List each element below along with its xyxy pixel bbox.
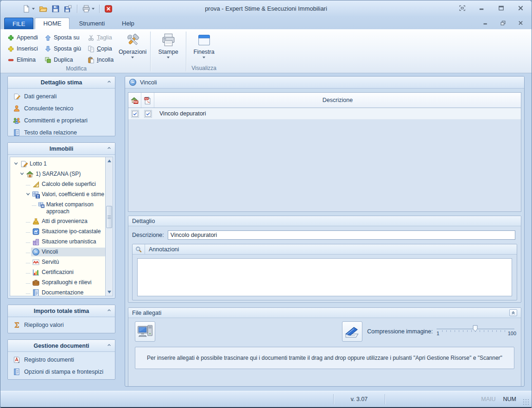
taglia-button: Taglia xyxy=(84,32,117,43)
toolbar-separator xyxy=(99,5,100,13)
elimina-button[interactable]: Elimina xyxy=(4,54,41,65)
inserisci-button[interactable]: Inserisci xyxy=(4,43,41,54)
tree-item-valori-coefficienti-e-stime[interactable]: Valori, coefficienti e stime xyxy=(13,190,105,199)
minimize-button[interactable] xyxy=(477,4,486,12)
sidebar-item-consulente-tecnico[interactable]: Consulente tecnico xyxy=(8,102,115,115)
tree-expander-icon xyxy=(19,171,25,176)
copy-icon xyxy=(88,45,95,52)
chevron-up-icon xyxy=(106,342,112,348)
tree-item-certificazioni[interactable]: Certificazioni xyxy=(13,268,105,277)
tab-file[interactable]: FILE xyxy=(4,18,33,29)
row-checkbox[interactable] xyxy=(132,111,138,117)
check-icon xyxy=(146,111,151,116)
tree-expander-icon xyxy=(13,161,19,166)
panel-header[interactable]: Immobili xyxy=(8,143,115,155)
dropdown-caret-icon xyxy=(131,57,134,58)
open-folder-button[interactable] xyxy=(38,4,49,14)
file-allegati-toolbar: Compressione immagine: 1 100 xyxy=(128,318,521,342)
building-icon xyxy=(32,238,40,246)
sposta-gi--button[interactable]: Sposta giù xyxy=(41,43,84,54)
row-checkbox[interactable] xyxy=(145,111,151,117)
mdi-close-button[interactable] xyxy=(516,19,525,27)
tree-item-situazione-ipo-catastale[interactable]: Situazione ipo-catastale xyxy=(13,227,105,236)
incolla-button[interactable]: Incolla xyxy=(84,54,117,65)
tree-item-servit-[interactable]: Servitù xyxy=(13,258,105,267)
tree-item-calcolo-delle-superfici[interactable]: Calcolo delle superfici xyxy=(13,180,105,189)
print-button[interactable] xyxy=(81,4,96,14)
sidebar-item-riepilogo-valori[interactable]: Riepilogo valori xyxy=(8,319,115,331)
table-row[interactable]: Vincolo depuratori xyxy=(128,108,521,120)
compression-slider[interactable]: 1 100 xyxy=(437,324,514,339)
scrollbar-thumb[interactable] xyxy=(106,206,112,228)
copia-button[interactable]: Copia xyxy=(84,43,117,54)
sposta-su-button[interactable]: Sposta su xyxy=(41,32,84,43)
column-header-descrizione[interactable]: Descrizione xyxy=(154,93,521,108)
tree-item-sopralluoghi-e-rilievi[interactable]: Sopralluoghi e rilievi xyxy=(13,278,105,287)
tree-item-market-comparison-approach[interactable]: Market comparison approach xyxy=(13,200,105,216)
collapse-panel-button[interactable] xyxy=(509,309,517,316)
document-lines-icon xyxy=(13,129,20,136)
document-lines-icon xyxy=(13,368,20,376)
close-button[interactable] xyxy=(516,4,525,12)
dropdown-caret-icon[interactable] xyxy=(92,8,95,10)
tree-item-lotto-1[interactable]: Lotto 1 xyxy=(13,159,105,168)
duplicate-icon xyxy=(44,57,51,64)
document-lines-icon xyxy=(32,289,40,296)
panel-title: Immobili xyxy=(11,146,112,152)
maximize-button[interactable] xyxy=(496,4,506,12)
tree-item-documentazione[interactable]: Documentazione xyxy=(13,288,105,296)
resize-grip[interactable] xyxy=(523,399,529,405)
tree-item-vincoli[interactable]: Vincoli xyxy=(13,248,105,256)
pdf-icon: PDF xyxy=(144,96,152,104)
dropdown-caret-icon[interactable] xyxy=(32,8,35,10)
sidebar-item-dati-generali[interactable]: Dati generali xyxy=(8,90,115,102)
new-document-icon xyxy=(22,5,31,13)
descrizione-input[interactable] xyxy=(168,230,515,240)
scroll-up-arrow[interactable] xyxy=(106,157,113,165)
column-header-pdf-icon[interactable]: PDF xyxy=(141,93,154,108)
slider-max-label: 100 xyxy=(508,331,516,336)
save-as-button[interactable] xyxy=(63,4,74,14)
sidebar-item-testo-della-relazione[interactable]: Testo della relazione xyxy=(8,127,115,136)
tree-item-1-sarzana-sp-[interactable]: 1) SARZANA (SP) xyxy=(13,170,105,178)
panel-header[interactable]: Gestione documenti xyxy=(8,340,115,352)
scanner-button[interactable] xyxy=(342,321,362,342)
mdi-minimize-button[interactable] xyxy=(481,19,490,27)
mdi-window-controls xyxy=(481,19,525,27)
tree-item-atti-di-provenienza[interactable]: Atti di provenienza xyxy=(13,217,105,226)
finestra-button[interactable]: Finestra xyxy=(188,31,220,58)
sidebar-item-registro-documenti[interactable]: Registro documenti xyxy=(8,354,115,366)
tree-scrollbar[interactable] xyxy=(105,157,113,296)
open-explorer-button[interactable] xyxy=(135,321,155,342)
appendi-button[interactable]: Appendi xyxy=(4,32,41,43)
stampe-button[interactable]: Stampe xyxy=(152,31,184,58)
vincoli-panel-header: Vincoli xyxy=(125,76,524,89)
column-header-house-pdf-icon[interactable]: PDF xyxy=(128,93,141,108)
people-icon xyxy=(13,117,20,124)
plus-green-icon xyxy=(7,34,14,41)
panel-header[interactable]: Importo totale stima xyxy=(8,305,115,317)
ribbon-group-modifica: AppendiInserisciEliminaSposta suSposta g… xyxy=(3,30,149,73)
tab-help[interactable]: Help xyxy=(114,18,142,29)
sidebar-item-committenti-e-proprietari[interactable]: Committenti e proprietari xyxy=(8,115,115,127)
slider-thumb[interactable] xyxy=(473,325,478,332)
stamp-icon xyxy=(32,217,40,225)
tab-strumenti[interactable]: Strumenti xyxy=(71,18,113,29)
annotazioni-header: Annotazioni xyxy=(133,244,517,255)
fullscreen-button[interactable] xyxy=(457,4,467,12)
duplica-button[interactable]: Duplica xyxy=(41,54,84,65)
panel-header[interactable]: Dettaglio stima xyxy=(8,76,115,89)
save-button[interactable] xyxy=(50,4,61,14)
mdi-restore-button[interactable] xyxy=(498,19,507,27)
close-document-button[interactable] xyxy=(103,4,114,14)
tab-home[interactable]: HOME xyxy=(35,18,70,29)
new-document-button[interactable] xyxy=(21,4,36,14)
chevron-up-icon xyxy=(106,79,112,85)
tree-item-situazione-urbanistica[interactable]: Situazione urbanistica xyxy=(13,237,105,246)
servitu-icon xyxy=(32,258,40,266)
plus-yellow-icon xyxy=(7,45,14,52)
sidebar-item-opzioni-di-stampa-e-frontespizi[interactable]: Opzioni di stampa e frontespizi xyxy=(8,366,115,378)
operazioni-button[interactable]: Operazioni xyxy=(117,31,148,58)
annotazioni-textarea[interactable] xyxy=(137,258,512,296)
scroll-down-arrow[interactable] xyxy=(106,288,113,296)
